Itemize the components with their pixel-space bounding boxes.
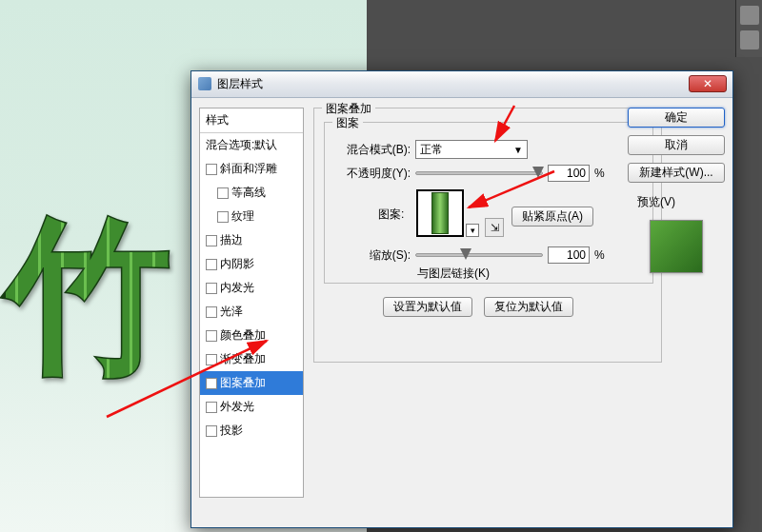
scale-slider[interactable] bbox=[415, 253, 543, 257]
scale-input[interactable]: 100 bbox=[548, 246, 590, 264]
effect-row-等高线[interactable]: 等高线 bbox=[200, 181, 303, 205]
scale-row: 缩放(S): 100 % bbox=[351, 246, 605, 264]
scale-unit: % bbox=[594, 248, 605, 262]
styles-list: 样式 混合选项:默认 斜面和浮雕等高线纹理描边内阴影内发光光泽颜色叠加渐变叠加图… bbox=[199, 108, 304, 498]
effect-checkbox[interactable] bbox=[217, 211, 229, 223]
toolbar-icon-1[interactable] bbox=[740, 6, 759, 25]
pattern-dropdown-arrow[interactable]: ▾ bbox=[466, 224, 479, 237]
ok-button[interactable]: 确定 bbox=[628, 108, 725, 128]
effect-label: 投影 bbox=[220, 423, 243, 439]
effect-checkbox[interactable] bbox=[217, 187, 229, 199]
chevron-down-icon: ▼ bbox=[513, 145, 523, 155]
opacity-row: 不透明度(Y): 100 % bbox=[332, 165, 605, 182]
effect-row-外发光[interactable]: 外发光 bbox=[200, 395, 303, 419]
layer-style-dialog: 图层样式 ✕ 样式 混合选项:默认 斜面和浮雕等高线纹理描边内阴影内发光光泽颜色… bbox=[190, 70, 733, 528]
scale-label: 缩放(S): bbox=[351, 247, 411, 264]
bamboo-pattern-icon bbox=[431, 192, 449, 234]
effect-checkbox[interactable] bbox=[206, 378, 217, 389]
set-default-button[interactable]: 设置为默认值 bbox=[383, 297, 472, 317]
preview-swatch bbox=[650, 220, 703, 273]
blend-mode-select[interactable]: 正常 ▼ bbox=[415, 140, 528, 159]
effect-label: 图案叠加 bbox=[220, 375, 266, 391]
pattern-inner-group: 图案 混合模式(B): 正常 ▼ 不透明度(Y): 100 % 图案: ▾ ⇲ … bbox=[324, 122, 653, 284]
effect-row-纹理[interactable]: 纹理 bbox=[200, 205, 303, 228]
effect-checkbox[interactable] bbox=[206, 259, 217, 270]
effect-checkbox[interactable] bbox=[206, 330, 217, 342]
opacity-input[interactable]: 100 bbox=[548, 165, 590, 182]
pattern-overlay-group: 图案叠加 图案 混合模式(B): 正常 ▼ 不透明度(Y): 100 % 图案:… bbox=[313, 108, 662, 363]
pattern-label: 图案: bbox=[378, 207, 404, 223]
new-style-button[interactable]: 新建样式(W)... bbox=[628, 163, 725, 183]
effect-row-斜面和浮雕[interactable]: 斜面和浮雕 bbox=[200, 157, 303, 181]
effect-checkbox[interactable] bbox=[206, 306, 217, 318]
effect-checkbox[interactable] bbox=[206, 235, 217, 246]
effect-label: 等高线 bbox=[231, 185, 266, 201]
effect-row-投影[interactable]: 投影 bbox=[200, 419, 303, 443]
dialog-icon bbox=[198, 77, 211, 90]
reset-default-button[interactable]: 复位为默认值 bbox=[484, 297, 573, 317]
blend-mode-label: 混合模式(B): bbox=[332, 142, 411, 158]
toolbar-icon-2[interactable] bbox=[740, 30, 759, 49]
effect-row-描边[interactable]: 描边 bbox=[200, 228, 303, 252]
effect-label: 颜色叠加 bbox=[220, 327, 266, 344]
effect-label: 光泽 bbox=[220, 304, 243, 320]
dialog-titlebar[interactable]: 图层样式 ✕ bbox=[191, 71, 732, 98]
opacity-label: 不透明度(Y): bbox=[332, 166, 411, 182]
preview-label: 预览(V) bbox=[637, 194, 675, 210]
effect-row-渐变叠加[interactable]: 渐变叠加 bbox=[200, 347, 303, 371]
app-right-toolbar bbox=[735, 0, 762, 57]
effect-label: 斜面和浮雕 bbox=[220, 161, 277, 177]
link-layer-label: 与图层链接(K) bbox=[417, 266, 490, 282]
effect-row-光泽[interactable]: 光泽 bbox=[200, 300, 303, 324]
effect-checkbox[interactable] bbox=[206, 402, 217, 413]
bamboo-character: 竹 竹 bbox=[6, 186, 172, 411]
blend-mode-row: 混合模式(B): 正常 ▼ bbox=[332, 140, 528, 159]
dialog-right-column: 确定 取消 新建样式(W)... 预览(V) bbox=[628, 108, 725, 281]
effect-label: 描边 bbox=[220, 232, 243, 248]
opacity-slider[interactable] bbox=[415, 171, 543, 175]
effect-row-内阴影[interactable]: 内阴影 bbox=[200, 252, 303, 276]
effect-label: 纹理 bbox=[231, 208, 254, 225]
cancel-button[interactable]: 取消 bbox=[628, 135, 725, 155]
link-layer-row[interactable]: 与图层链接(K) bbox=[412, 266, 490, 282]
pattern-preview[interactable] bbox=[416, 189, 464, 237]
effect-row-颜色叠加[interactable]: 颜色叠加 bbox=[200, 324, 303, 347]
effect-checkbox[interactable] bbox=[206, 425, 217, 437]
effect-label: 渐变叠加 bbox=[220, 351, 266, 367]
preview-checkbox-row[interactable]: 预览(V) bbox=[633, 194, 725, 210]
effect-checkbox[interactable] bbox=[206, 283, 217, 294]
effect-row-图案叠加[interactable]: 图案叠加 bbox=[200, 371, 303, 395]
styles-header[interactable]: 样式 bbox=[200, 108, 303, 133]
effect-label: 内发光 bbox=[220, 280, 254, 296]
effect-checkbox[interactable] bbox=[206, 354, 217, 365]
effect-checkbox[interactable] bbox=[206, 164, 217, 175]
dialog-title: 图层样式 bbox=[217, 76, 263, 92]
close-button[interactable]: ✕ bbox=[689, 75, 727, 92]
blend-options-row[interactable]: 混合选项:默认 bbox=[200, 133, 303, 157]
link-icon[interactable]: ⇲ bbox=[485, 218, 504, 237]
opacity-unit: % bbox=[594, 167, 605, 180]
snap-origin-button[interactable]: 贴紧原点(A) bbox=[511, 207, 593, 227]
effect-row-内发光[interactable]: 内发光 bbox=[200, 276, 303, 300]
effect-label: 内阴影 bbox=[220, 256, 254, 272]
inner-legend: 图案 bbox=[332, 115, 363, 131]
effect-label: 外发光 bbox=[220, 399, 254, 415]
